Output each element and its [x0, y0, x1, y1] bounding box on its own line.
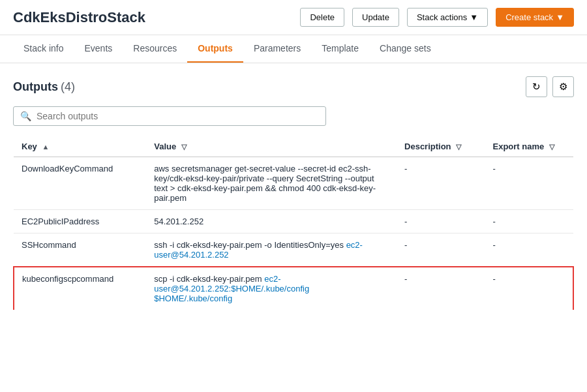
main-content: Outputs (4) ↻ ⚙ 🔍 Key ▲ Value	[0, 63, 587, 323]
col-header-key: Key ▲	[14, 136, 146, 157]
col-header-export-name: Export name ▽	[485, 136, 574, 157]
sort-value-icon[interactable]: ▽	[181, 143, 187, 151]
tab-template[interactable]: Template	[311, 35, 369, 63]
row-description: -	[397, 234, 485, 267]
outputs-table: Key ▲ Value ▽ Description ▽ Export name …	[13, 136, 574, 310]
sort-desc-icon[interactable]: ▽	[456, 143, 461, 151]
table-row: SSHcommand ssh -i cdk-eksd-key-pair.pem …	[14, 234, 573, 267]
tab-stack-info[interactable]: Stack info	[13, 35, 74, 63]
col-header-description: Description ▽	[397, 136, 485, 157]
tab-change-sets[interactable]: Change sets	[369, 35, 442, 63]
settings-button[interactable]: ⚙	[552, 76, 574, 97]
row-description: -	[397, 157, 485, 210]
refresh-button[interactable]: ↻	[526, 76, 547, 97]
search-input[interactable]	[37, 111, 319, 121]
table-row: EC2PublicIPaddress 54.201.2.252 - -	[14, 210, 573, 234]
refresh-icon: ↻	[532, 81, 541, 93]
row-key: SSHcommand	[14, 234, 146, 267]
section-title: Outputs (4)	[13, 80, 75, 94]
page-title: CdkEksDistroStack	[13, 9, 292, 26]
tab-events[interactable]: Events	[74, 35, 123, 63]
table-header-row: Key ▲ Value ▽ Description ▽ Export name …	[14, 136, 573, 157]
chevron-down-icon: ▼	[556, 12, 564, 22]
search-icon: 🔍	[20, 111, 31, 121]
outputs-title: Outputs	[13, 80, 58, 93]
row-export-name: -	[485, 267, 574, 310]
nav-tabs: Stack info Events Resources Outputs Para…	[0, 35, 587, 63]
row-value: aws secretsmanager get-secret-value --se…	[146, 157, 397, 210]
gear-icon: ⚙	[559, 81, 567, 93]
row-export-name: -	[485, 210, 574, 234]
search-bar: 🔍	[13, 106, 326, 126]
chevron-down-icon: ▼	[470, 12, 478, 22]
tab-parameters[interactable]: Parameters	[243, 35, 311, 63]
row-key: EC2PublicIPaddress	[14, 210, 146, 234]
tab-outputs[interactable]: Outputs	[187, 35, 243, 63]
row-description: -	[397, 267, 485, 310]
row-key: DownloadKeyCommand	[14, 157, 146, 210]
create-stack-button[interactable]: Create stack ▼	[496, 8, 574, 27]
tab-resources[interactable]: Resources	[123, 35, 187, 63]
delete-button[interactable]: Delete	[300, 8, 344, 27]
row-description: -	[397, 210, 485, 234]
outputs-count: (4)	[61, 80, 75, 93]
section-header: Outputs (4) ↻ ⚙	[13, 76, 574, 97]
stack-actions-button[interactable]: Stack actions ▼	[407, 8, 488, 27]
table-row-highlighted: kubeconfigscpcommand scp -i cdk-eksd-key…	[14, 267, 573, 310]
row-value: scp -i cdk-eksd-key-pair.pem ec2-user@54…	[146, 267, 397, 310]
update-button[interactable]: Update	[352, 8, 399, 27]
header-actions: ↻ ⚙	[526, 76, 574, 97]
stack-actions-label: Stack actions	[417, 12, 467, 22]
page-header: CdkEksDistroStack Delete Update Stack ac…	[0, 0, 587, 35]
col-header-value: Value ▽	[146, 136, 397, 157]
row-value: ssh -i cdk-eksd-key-pair.pem -o Identiti…	[146, 234, 397, 267]
sort-key-icon[interactable]: ▲	[42, 143, 49, 151]
sort-export-icon[interactable]: ▽	[549, 143, 554, 151]
row-export-name: -	[485, 157, 574, 210]
row-value: 54.201.2.252	[146, 210, 397, 234]
row-key: kubeconfigscpcommand	[14, 267, 146, 310]
table-row: DownloadKeyCommand aws secretsmanager ge…	[14, 157, 573, 210]
create-stack-label: Create stack	[505, 12, 553, 22]
row-export-name: -	[485, 234, 574, 267]
